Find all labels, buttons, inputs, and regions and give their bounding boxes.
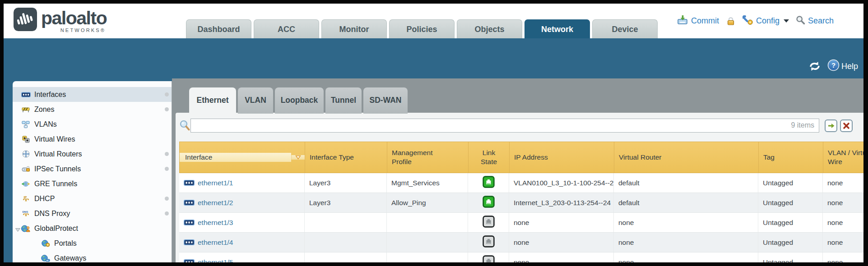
globalprotect-icon bbox=[21, 225, 31, 233]
status-dot bbox=[165, 107, 169, 111]
sidebar-item-gateways[interactable]: Gateways bbox=[13, 251, 172, 262]
column-header-label: Management Profile bbox=[392, 148, 445, 166]
cell-interface: ethernet1/3 bbox=[179, 213, 305, 232]
svg-text:?: ? bbox=[831, 61, 836, 69]
portals-icon bbox=[41, 239, 51, 248]
column-header-interface[interactable]: Interface bbox=[180, 142, 305, 173]
sort-indicator-icon[interactable] bbox=[291, 155, 305, 160]
ethernet-icon bbox=[184, 259, 195, 262]
sidebar-item-gre-tunnels[interactable]: GRE Tunnels bbox=[13, 176, 172, 191]
cell-tag: Untagged bbox=[758, 173, 823, 193]
ethernet-panel: 9 items InterfaceInterface TypeManagemen… bbox=[176, 113, 863, 262]
commit-button[interactable]: Commit bbox=[677, 15, 719, 27]
column-header-vlan-virtual-wire[interactable]: VLAN / Virtual Wire bbox=[823, 142, 863, 173]
interface-type-tabs: EthernetVLANLoopbackTunnelSD-WAN bbox=[189, 87, 408, 114]
cell-vlan-wire: none bbox=[823, 252, 863, 262]
content-area: InterfacesZonesVLANsVirtual WiresVirtual… bbox=[4, 78, 863, 262]
nav-tab-monitor[interactable]: Monitor bbox=[321, 19, 387, 38]
sidebar-item-virtual-routers[interactable]: Virtual Routers bbox=[13, 147, 172, 161]
sidebar-item-dns-proxy[interactable]: DNSDNS Proxy bbox=[13, 206, 172, 221]
sidebar-item-label: VLANs bbox=[34, 120, 57, 128]
cell-tag: Untagged bbox=[758, 193, 823, 212]
link-state-up-icon bbox=[483, 176, 495, 190]
dhcp-icon: IP bbox=[21, 195, 31, 203]
cell-virtual-router: none bbox=[614, 252, 758, 262]
filter-input[interactable] bbox=[190, 119, 819, 133]
top-header: paloalto NETWORKS® DashboardACCMonitorPo… bbox=[4, 4, 863, 38]
clear-filter-button[interactable] bbox=[840, 119, 853, 132]
cell-management-profile: Allow_Ping bbox=[387, 193, 468, 212]
primary-nav: DashboardACCMonitorPoliciesObjectsNetwor… bbox=[186, 19, 658, 38]
sidebar-item-ipsec-tunnels[interactable]: IPSec Tunnels bbox=[13, 161, 172, 176]
sidebar-item-label: Portals bbox=[54, 239, 77, 248]
cell-ip-address: none bbox=[509, 233, 614, 252]
status-dot bbox=[165, 211, 169, 216]
interface-link[interactable]: ethernet1/4 bbox=[198, 238, 233, 247]
status-dot bbox=[165, 152, 169, 156]
apply-filter-button[interactable] bbox=[825, 119, 837, 132]
virtual-routers-icon bbox=[21, 150, 31, 158]
nav-tab-dashboard[interactable]: Dashboard bbox=[186, 19, 251, 38]
tab-loopback[interactable]: Loopback bbox=[275, 87, 324, 114]
cell-tag: Untagged bbox=[758, 233, 823, 252]
virtual-wires-icon bbox=[21, 135, 31, 143]
interface-link[interactable]: ethernet1/2 bbox=[198, 199, 233, 207]
table-row: ethernet1/1Layer3Mgmt_ServicesVLAN0100_L… bbox=[179, 173, 863, 193]
sidebar-item-label: GlobalProtect bbox=[34, 225, 78, 233]
help-button[interactable]: ? Help bbox=[827, 59, 858, 73]
nav-tab-objects[interactable]: Objects bbox=[457, 19, 522, 38]
column-header-label: Virtual Router bbox=[619, 153, 661, 162]
table-row: ethernet1/3nonenoneUntaggednone bbox=[179, 213, 863, 233]
sidebar-item-vlans[interactable]: VLANs bbox=[13, 117, 172, 132]
column-header-ip-address[interactable]: IP Address bbox=[510, 142, 614, 173]
nav-tab-device[interactable]: Device bbox=[592, 19, 658, 38]
config-menu[interactable]: Config bbox=[743, 15, 789, 27]
refresh-icon[interactable] bbox=[808, 61, 821, 72]
config-label: Config bbox=[756, 16, 780, 26]
cell-interface-type: Layer3 bbox=[305, 193, 387, 212]
tab-vlan[interactable]: VLAN bbox=[238, 87, 273, 114]
column-header-tag[interactable]: Tag bbox=[759, 142, 823, 173]
cell-interface-type: Layer3 bbox=[305, 173, 387, 193]
cell-interface-type bbox=[305, 233, 387, 252]
cell-management-profile bbox=[387, 213, 468, 232]
search-button[interactable]: Search bbox=[796, 15, 834, 27]
sidebar-item-dhcp[interactable]: IPDHCP bbox=[13, 191, 172, 206]
tab-tunnel[interactable]: Tunnel bbox=[325, 87, 362, 114]
sidebar-item-portals[interactable]: Portals bbox=[13, 236, 172, 251]
link-state-down-icon bbox=[483, 235, 495, 249]
sidebar-item-virtual-wires[interactable]: Virtual Wires bbox=[13, 132, 172, 147]
tab-sd-wan[interactable]: SD-WAN bbox=[363, 87, 408, 114]
nav-tab-network[interactable]: Network bbox=[525, 19, 590, 38]
expander-icon[interactable] bbox=[15, 226, 21, 234]
cell-interface-type bbox=[305, 252, 387, 262]
sidebar-item-interfaces[interactable]: Interfaces bbox=[13, 87, 172, 102]
column-header-label: Interface bbox=[185, 153, 212, 162]
sidebar-item-label: Virtual Wires bbox=[34, 135, 75, 143]
sidebar-item-label: Zones bbox=[34, 105, 54, 114]
interface-link[interactable]: ethernet1/5 bbox=[198, 258, 233, 263]
sidebar-item-zones[interactable]: Zones bbox=[13, 102, 172, 117]
ethernet-icon bbox=[184, 220, 195, 225]
ipsec-tunnels-icon bbox=[21, 165, 31, 173]
wrench-icon bbox=[743, 15, 753, 27]
cell-virtual-router: none bbox=[614, 233, 758, 252]
nav-tab-policies[interactable]: Policies bbox=[389, 19, 455, 38]
interface-link[interactable]: ethernet1/1 bbox=[198, 179, 233, 187]
column-header-virtual-router[interactable]: Virtual Router bbox=[614, 142, 759, 173]
svg-text:DNS: DNS bbox=[22, 211, 28, 213]
header-actions: Commit Config Search bbox=[677, 4, 834, 38]
column-header-interface-type[interactable]: Interface Type bbox=[305, 142, 387, 173]
column-header-management-profile[interactable]: Management Profile bbox=[387, 142, 469, 173]
sidebar-item-globalprotect[interactable]: GlobalProtect bbox=[13, 221, 172, 236]
column-header-link-state[interactable]: Link State bbox=[469, 142, 510, 173]
help-icon: ? bbox=[827, 59, 840, 73]
cell-interface-type bbox=[305, 213, 387, 232]
interfaces-icon bbox=[21, 91, 31, 99]
interface-link[interactable]: ethernet1/3 bbox=[198, 219, 233, 227]
tab-ethernet[interactable]: Ethernet bbox=[189, 87, 236, 114]
cell-interface: ethernet1/1 bbox=[179, 173, 305, 193]
lock-icon[interactable] bbox=[726, 17, 736, 25]
gateways-icon bbox=[41, 254, 51, 262]
nav-tab-acc[interactable]: ACC bbox=[254, 19, 319, 38]
